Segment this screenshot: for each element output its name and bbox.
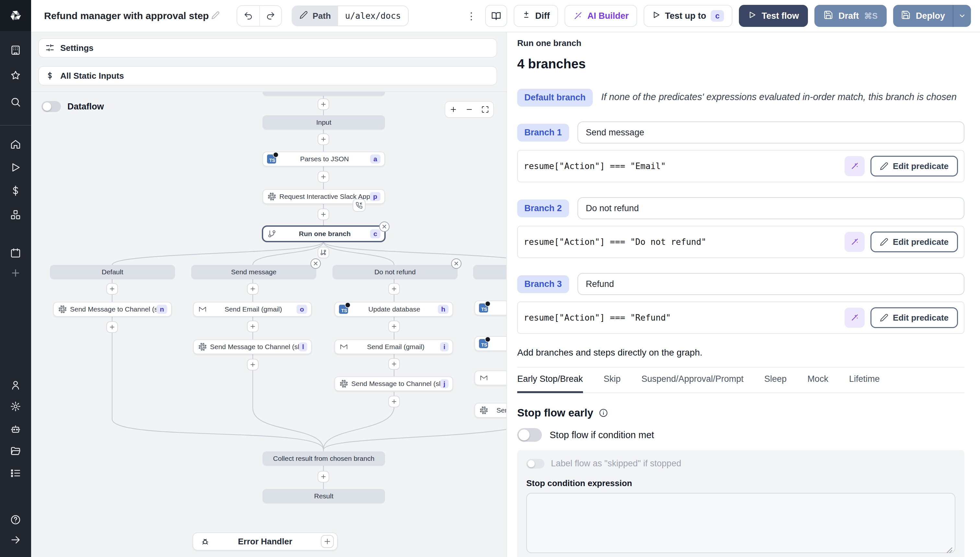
delete-branch-button[interactable]: ✕: [451, 259, 462, 269]
zoom-out-button[interactable]: [461, 102, 477, 117]
dataflow-toggle[interactable]: [41, 101, 61, 112]
insert-step-plus[interactable]: [318, 471, 329, 482]
add-error-handler-plus[interactable]: [321, 535, 334, 548]
home-icon[interactable]: [0, 138, 31, 150]
stop-expression-editor: [526, 493, 956, 553]
search-icon[interactable]: [0, 96, 31, 107]
ai-predicate-wand-button[interactable]: [844, 308, 865, 328]
ai-predicate-wand-button[interactable]: [844, 232, 865, 252]
add-plus-icon[interactable]: [0, 267, 31, 278]
settings-gear-icon[interactable]: [0, 401, 31, 412]
step-node-gmail-i[interactable]: Send Email (gmail) i: [335, 339, 453, 354]
test-flow-button[interactable]: Test flow: [739, 5, 808, 27]
branch-3-summary-input[interactable]: Refund: [578, 273, 964, 295]
tab-sleep[interactable]: Sleep: [764, 368, 787, 393]
branch-2-summary-input[interactable]: Do not refund: [578, 197, 964, 219]
collect-result-node[interactable]: Collect result from chosen branch: [263, 451, 385, 466]
diff-button[interactable]: Diff: [514, 5, 558, 27]
insert-step-plus[interactable]: [318, 208, 329, 220]
clipped-top-node[interactable]: [263, 92, 385, 96]
insert-step-plus[interactable]: [318, 134, 329, 145]
edit-predicate-button[interactable]: Edit predicate: [871, 231, 958, 252]
deploy-button[interactable]: Deploy: [893, 5, 953, 27]
branch-1-summary-input[interactable]: Send message: [578, 121, 964, 143]
error-handler-node[interactable]: Error Handler: [193, 533, 338, 550]
step-node-clipped[interactable]: TS: [474, 301, 506, 316]
path-chip[interactable]: Path u/alex/docs: [292, 5, 409, 26]
insert-step-plus[interactable]: [388, 396, 400, 407]
edit-predicate-button[interactable]: Edit predicate: [871, 156, 958, 176]
input-node[interactable]: Input: [263, 115, 385, 130]
ai-builder-button[interactable]: AI Builder: [565, 5, 637, 27]
test-up-to-button[interactable]: Test up toc: [644, 5, 732, 27]
audit-list-icon[interactable]: [0, 467, 31, 479]
undo-button[interactable]: [237, 6, 259, 26]
step-node-run-one-branch[interactable]: Run one branch c: [263, 226, 385, 241]
runs-play-icon[interactable]: [0, 162, 31, 173]
expand-arrow-icon[interactable]: [0, 534, 31, 546]
variables-dollar-icon[interactable]: [0, 185, 31, 196]
insert-step-plus[interactable]: [106, 283, 118, 295]
step-node-clipped[interactable]: [474, 370, 506, 385]
step-node-slack-n[interactable]: Send Message to Channel (slack) n: [53, 302, 172, 317]
settings-accordion[interactable]: Settings: [38, 38, 497, 58]
folders-icon[interactable]: [0, 446, 31, 457]
add-branch-icon[interactable]: [318, 247, 329, 259]
step-node-clipped[interactable]: Sen: [474, 403, 506, 418]
deploy-options-chevron-icon[interactable]: [953, 5, 971, 27]
tab-skip[interactable]: Skip: [604, 368, 621, 393]
tab-early-stop[interactable]: Early Stop/Break: [517, 368, 583, 393]
branch-header-clipped[interactable]: [473, 265, 506, 279]
stop-expression-textarea[interactable]: [527, 493, 955, 552]
branch-header-send-message[interactable]: Send message: [191, 265, 316, 279]
insert-step-plus[interactable]: [318, 98, 329, 110]
pencil-icon: [880, 313, 888, 322]
delete-step-button[interactable]: ✕: [379, 221, 390, 232]
step-node-slack-approval[interactable]: Request Interactive Slack Approval (... …: [263, 189, 385, 204]
favorites-star-icon[interactable]: [0, 70, 31, 81]
branch-header-do-not-refund[interactable]: Do not refund: [333, 265, 457, 279]
draft-button[interactable]: Draft⌘S: [814, 5, 887, 27]
flow-title[interactable]: Refund manager with approval step: [44, 10, 209, 21]
stop-flow-toggle[interactable]: [517, 428, 542, 442]
branch-header-default[interactable]: Default: [50, 265, 175, 279]
ai-predicate-wand-button[interactable]: [844, 156, 865, 176]
docs-book-button[interactable]: [485, 5, 507, 27]
more-menu-kebab-icon[interactable]: ⋮: [464, 10, 479, 22]
insert-step-plus[interactable]: [106, 321, 118, 333]
insert-step-plus[interactable]: [247, 359, 259, 370]
zoom-in-button[interactable]: [445, 102, 461, 117]
static-inputs-accordion[interactable]: All Static Inputs: [38, 66, 497, 85]
insert-step-plus[interactable]: [318, 171, 329, 182]
workers-bot-icon[interactable]: [0, 423, 31, 435]
step-node-gmail-o[interactable]: Send Email (gmail) o: [193, 302, 312, 317]
default-branch-description: If none of the predicates' expressions e…: [601, 89, 957, 104]
step-node-slack-j[interactable]: Send Message to Channel (slack) j: [335, 376, 453, 391]
redo-button[interactable]: [259, 6, 281, 26]
schedules-calendar-icon[interactable]: [0, 248, 31, 259]
step-node-slack-l[interactable]: Send Message to Channel (slack) l: [193, 339, 312, 354]
result-node[interactable]: Result: [263, 489, 385, 503]
help-icon[interactable]: [0, 514, 31, 525]
delete-branch-button[interactable]: ✕: [310, 259, 321, 269]
insert-step-plus[interactable]: [247, 283, 259, 295]
label-skipped-toggle[interactable]: [526, 459, 544, 469]
edit-title-pencil-icon[interactable]: [211, 10, 220, 22]
workspace-icon[interactable]: [0, 45, 31, 56]
step-node-parses-to-json[interactable]: TS Parses to JSON a: [263, 151, 385, 166]
insert-step-plus[interactable]: [388, 321, 400, 332]
resources-boxes-icon[interactable]: [0, 209, 31, 220]
insert-step-plus[interactable]: [388, 283, 400, 295]
step-node-clipped[interactable]: TS: [474, 336, 506, 351]
tab-mock[interactable]: Mock: [807, 368, 828, 393]
tab-suspend[interactable]: Suspend/Approval/Prompt: [641, 368, 743, 393]
edit-predicate-button[interactable]: Edit predicate: [871, 307, 958, 328]
panel-title: 4 branches: [517, 57, 964, 71]
step-node-update-database[interactable]: TS Update database h: [335, 302, 453, 317]
users-icon[interactable]: [0, 379, 31, 391]
insert-step-plus[interactable]: [247, 321, 259, 332]
insert-step-plus[interactable]: [388, 358, 400, 370]
fit-view-icon[interactable]: [477, 102, 493, 117]
tab-lifetime[interactable]: Lifetime: [849, 368, 880, 393]
windmill-logo[interactable]: [0, 0, 31, 31]
